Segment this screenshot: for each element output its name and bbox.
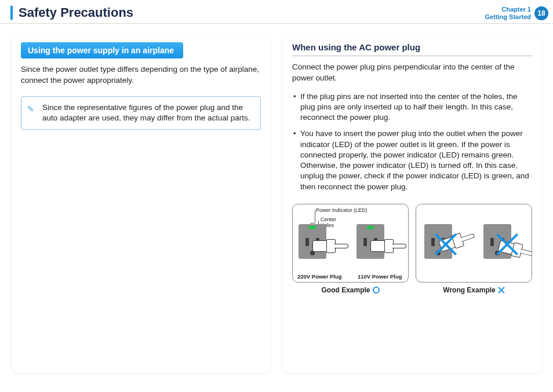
figure-wrong xyxy=(416,204,532,283)
document-page: Safety Precautions Chapter 1 Getting Sta… xyxy=(0,0,553,392)
x-mark-icon xyxy=(494,231,521,258)
bullet-item: If the plug pins are not inserted into t… xyxy=(292,91,532,123)
page-title: Safety Precautions xyxy=(10,6,133,20)
label-power-indicator: Power Indicator (LED) xyxy=(316,208,368,213)
figure-good: Power Indicator (LED) Center Holes xyxy=(292,204,409,283)
circle-icon xyxy=(373,287,380,294)
label-110v-plug: 110V Power Plug xyxy=(358,273,402,280)
caption-good: Good Example xyxy=(292,286,409,294)
note-text: Since the representative figures of the … xyxy=(42,103,250,122)
content-columns: Using the power supply in an airplane Si… xyxy=(0,24,553,381)
callout-line xyxy=(310,223,315,224)
caption-wrong-text: Wrong Example xyxy=(443,286,495,294)
chapter-label: Chapter 1 Getting Started xyxy=(485,6,531,21)
right-intro-text: Connect the power plug pins perpendicula… xyxy=(292,62,532,83)
callout-line xyxy=(315,210,315,223)
note-box: ✎ Since the representative figures of th… xyxy=(21,96,261,130)
label-center: Center xyxy=(321,217,336,222)
left-intro-text: Since the power outlet type differs depe… xyxy=(21,64,261,85)
bullet-list: If the plug pins are not inserted into t… xyxy=(292,91,532,192)
page-number-badge: 18 xyxy=(534,6,548,20)
figure-row: Power Indicator (LED) Center Holes xyxy=(292,204,532,283)
chapter-line1: Chapter 1 xyxy=(485,6,531,13)
right-subhead: When using the AC power plug xyxy=(292,42,532,56)
note-icon: ✎ xyxy=(27,104,34,115)
left-column: Using the power supply in an airplane Si… xyxy=(12,34,270,373)
figure-caption-row: Good Example Wrong Example xyxy=(292,286,532,294)
bullet-item: You have to insert the power plug into t… xyxy=(292,129,532,192)
plug-110v-icon xyxy=(370,238,403,254)
label-220v-plug: 220V Power Plug xyxy=(297,273,342,280)
x-mark-icon xyxy=(432,231,459,258)
caption-good-text: Good Example xyxy=(321,286,370,294)
caption-wrong: Wrong Example xyxy=(416,286,532,294)
section-title-pill: Using the power supply in an airplane xyxy=(21,42,183,58)
x-icon xyxy=(498,287,505,294)
plug-220v-icon xyxy=(312,238,345,254)
right-column: When using the AC power plug Connect the… xyxy=(283,34,541,373)
chapter-line2: Getting Started xyxy=(485,13,531,21)
header-right: Chapter 1 Getting Started 18 xyxy=(485,6,548,21)
page-header: Safety Precautions Chapter 1 Getting Sta… xyxy=(0,0,553,24)
